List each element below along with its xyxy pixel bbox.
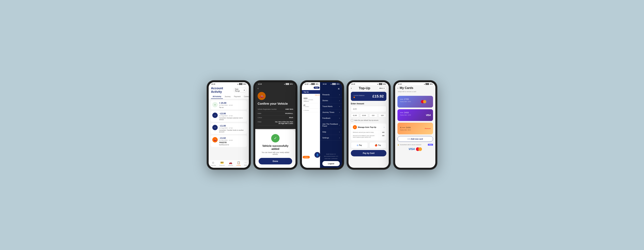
build-info: Build Version 2.4 Min Android Version 11… <box>322 153 340 160</box>
topup-banner[interactable]: Top Up <box>302 90 321 94</box>
quick-btn-360[interactable]: £3.60 <box>360 114 368 118</box>
phone-1-account-activity: 12:10 ▲ ▋▋▋ 96% Account Activity Date Ra… <box>207 80 250 170</box>
chevron-travel-icon: › <box>339 106 340 108</box>
activity-item-2[interactable]: − - £2.00 11 Aug 2023 - 17:42 Correction… <box>211 111 247 122</box>
detail-row-make: Make VAUXHALL <box>258 112 293 116</box>
close-menu-button[interactable]: ✕ <box>338 87 340 90</box>
tab-payment[interactable]: Payment <box>232 95 242 99</box>
card-mastercard-2789[interactable]: •••• 2789 Expiry date: 12/22 ✓ <box>398 96 433 108</box>
journey-item-2[interactable]: yn 3 minutes <box>302 103 321 108</box>
visa-logo-2: VISA <box>426 114 431 116</box>
nav-more[interactable]: ··· More <box>244 161 247 166</box>
menu-item-help[interactable]: Help › <box>320 129 342 135</box>
chevron-journey-icon: › <box>339 112 340 113</box>
mastercard-logo-1 <box>421 100 426 103</box>
chevron-down-icon: ▾ <box>244 89 245 91</box>
date-range-button[interactable]: Date Range ▾ <box>233 88 246 92</box>
menu-item-settings[interactable]: Settings › <box>320 135 342 141</box>
menu-item-travel-alerts[interactable]: Travel Alerts › <box>320 104 342 110</box>
desc-4: Northbound 02 <box>219 144 245 146</box>
payment-icon: 💳 <box>220 161 224 164</box>
profile-float-icon[interactable]: 👤 <box>314 152 320 158</box>
status-icons-p1: ▲ ▋▋▋ 96% <box>237 83 246 85</box>
phone-5-my-cards: 12:10 ▲ ▋▋▋ 96% ‹ My Cards Swipe left to… <box>394 80 437 170</box>
overview-icon: ⊙ <box>212 161 214 164</box>
view-all-link[interactable]: View All <box>302 94 321 96</box>
pay-by-card-button[interactable]: Pay by Card <box>351 150 386 156</box>
remove-card-button[interactable]: Remove <box>425 128 431 129</box>
journey-item-3[interactable]: 6 minutes <box>302 108 321 112</box>
date-3: 11 Aug 2023 - 17:42 <box>219 127 245 129</box>
tab-corrections[interactable]: Corrections <box>242 95 249 99</box>
status-bar-p1: 12:10 ▲ ▋▋▋ 96% <box>209 82 249 85</box>
card-number-3: A •••• 5486 <box>400 126 411 128</box>
vehicle-confirm-top: ‹ 🚗 Confirm your Vehicle Vehicle Registr… <box>255 85 296 129</box>
back-button-p2[interactable]: ‹ <box>258 87 293 90</box>
my-cards-title: My Cards <box>400 86 413 90</box>
tab-journey[interactable]: Journey <box>223 95 232 99</box>
back-button-p5[interactable]: ‹ <box>398 86 398 90</box>
menu-item-rewards[interactable]: Rewards › <box>320 92 342 98</box>
secure-label: Guaranteed safe & secure checkout <box>400 144 421 146</box>
enter-amount-label: Enter Amount <box>351 102 386 105</box>
vehicle-success-overlay: ✓ Vehicle successfully added You can tra… <box>255 130 296 168</box>
activity-item-4[interactable]: 🚗 - £1.62 22 Feb 2020 - 14:16 YK62ZYB No… <box>211 136 247 147</box>
secure-checkout-row: 🔒 Guaranteed safe & secure checkout stri… <box>398 144 433 146</box>
tab-all-activity[interactable]: All Activity <box>211 95 223 99</box>
phone-3-menu: 12:10 ▲ ▋▋▋ 95% Sage Top Up View All nam… <box>300 80 344 170</box>
page-title-p1: Account Activity <box>211 86 233 94</box>
card-expiry-3: Expiry date: 08/22 <box>400 129 411 131</box>
phone-2-confirm-vehicle: 12:10 ▲ ▋▋▋ 96% ‹ 🚗 Confirm your Vehicle… <box>254 80 297 170</box>
wifi-icon: ▲ <box>237 83 239 85</box>
card-visa-3468[interactable]: •••• 3468 Expiry date: 12/20 VISA <box>398 109 433 121</box>
chevron-feedback-icon: › <box>339 117 340 119</box>
amount-input[interactable] <box>351 106 386 112</box>
menu-item-stories[interactable]: Stories › <box>320 98 342 104</box>
balance-amount: £15.92 <box>372 94 384 98</box>
nav-activity[interactable]: 📋 Activity <box>236 161 241 166</box>
chevron-auto-icon[interactable]: › <box>384 126 384 128</box>
card-unknown-5486[interactable]: A •••• 5486 Expiry date: 08/22 Remove <box>398 123 433 134</box>
chevron-settings-icon: › <box>339 137 340 139</box>
amount-4: - £1.62 <box>219 137 245 139</box>
vehicle-avatar: 🚗 <box>258 92 266 100</box>
menu-footer: Build Version 2.4 Min Android Version 11… <box>320 151 342 168</box>
more-badge[interactable]: ● More <box>303 156 310 158</box>
menu-item-feedback-panel[interactable]: Join The Feedback Panel › <box>320 121 342 129</box>
detail-row-class: Class Car, Van or Bus less than 3m high … <box>258 120 293 126</box>
quick-btn-180[interactable]: £1.80 <box>351 114 359 118</box>
nav-overview[interactable]: ⊙ Overview <box>210 161 216 166</box>
quick-btn-20[interactable]: £20 <box>378 114 386 118</box>
menu-item-journey-times[interactable]: Journey Times › <box>320 110 342 115</box>
menu-items-list: Rewards › Stories › Travel Alerts › Jo <box>320 92 342 151</box>
wifi-p3: ▲ <box>310 83 311 85</box>
activity-list: + + £5.00 22 Feb 2020 - 14:16 Top up − -… <box>209 99 249 160</box>
signal-icon-p2: ▋▋▋ <box>286 83 289 85</box>
status-bar-p5: 12:10 ▲ ▋▋▋ 96% <box>395 82 435 85</box>
apple-pay-button[interactable]: 🍎 Pay <box>369 142 386 148</box>
detail-row-reg: Vehicle Registration Number KM57 BKN <box>258 107 293 112</box>
logout-button[interactable]: Logout <box>322 161 340 166</box>
nav-payment[interactable]: 💳 Payment <box>219 161 225 166</box>
default-checkbox[interactable] <box>351 119 353 122</box>
card-number-2: •••• 3468 <box>400 112 430 114</box>
balance-card: Current Balance £15.92 <box>351 92 386 101</box>
quick-btn-10[interactable]: £10 <box>369 114 377 118</box>
auto-row-2: Amount to be added in your account when … <box>353 134 384 139</box>
menu-header: ✕ <box>320 85 342 92</box>
mba-badge[interactable]: MBA1 ▾ <box>377 87 386 90</box>
amount-1: + £5.00 <box>219 102 245 104</box>
account-activity-header: Account Activity Date Range ▾ All Activi… <box>209 85 249 99</box>
journey-item-1[interactable]: name s Exit · 4 minutes Wallsend <box>302 96 321 103</box>
mastercard-logo-bottom <box>416 147 422 151</box>
nav-vehicles[interactable]: 🚗 Vehicles <box>228 161 233 166</box>
activity-item-1[interactable]: + + £5.00 22 Feb 2020 - 14:16 Top up <box>211 100 247 110</box>
back-button-p4[interactable]: ‹ <box>351 87 352 90</box>
right-panel-menu: 12:10 ▲ ▋▋▋ 95% ✕ Rewards › <box>320 82 342 168</box>
activity-item-3[interactable]: − - £1.00 11 Aug 2023 - 17:42 Correction… <box>211 123 247 134</box>
gpay-button[interactable]: G Pay <box>351 142 368 148</box>
done-button[interactable]: Done <box>258 158 292 164</box>
chevron-rewards-icon: › <box>339 94 340 96</box>
add-new-card-button[interactable]: + + Add new card <box>398 136 433 142</box>
menu-item-feedback[interactable]: Feedback › <box>320 115 342 121</box>
